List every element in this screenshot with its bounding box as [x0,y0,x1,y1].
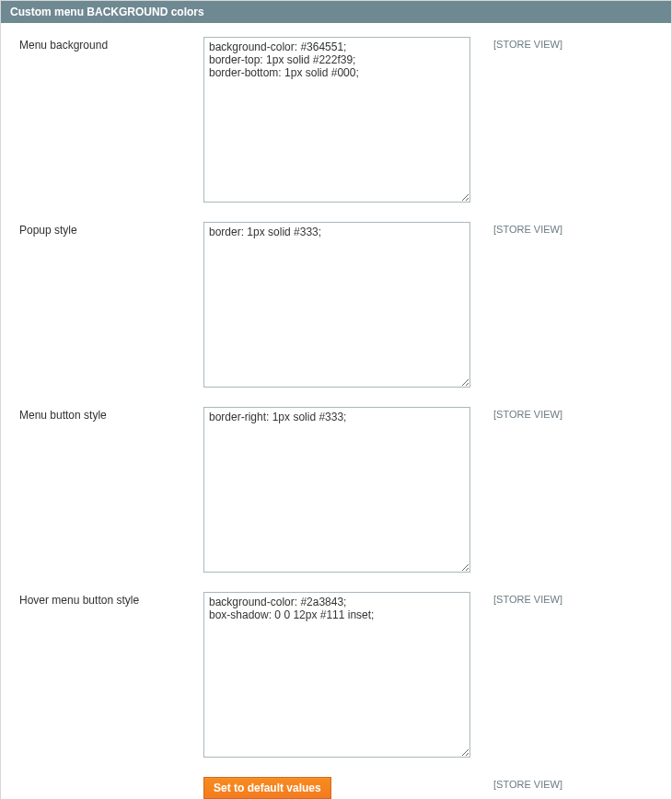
field-label-hover-menu-button-style: Hover menu button style [10,592,203,607]
field-menu-background: Menu background [STORE VIEW] [10,37,662,205]
field-input-wrap [203,407,470,575]
popup-style-textarea[interactable] [203,222,470,388]
scope-label: [STORE VIEW] [470,222,581,235]
field-label-menu-background: Menu background [10,37,203,52]
set-default-button[interactable]: Set to default values [203,777,331,799]
field-menu-button-style: Menu button style [STORE VIEW] [10,407,662,575]
scope-label: [STORE VIEW] [470,37,581,50]
actions-input-wrap: Set to default values [203,777,470,799]
scope-label: [STORE VIEW] [470,407,581,420]
config-section: Custom menu BACKGROUND colors Menu backg… [0,0,672,799]
scope-label: [STORE VIEW] [470,592,581,605]
field-hover-menu-button-style: Hover menu button style [STORE VIEW] [10,592,662,760]
hover-menu-button-style-textarea[interactable] [203,592,470,758]
field-popup-style: Popup style [STORE VIEW] [10,222,662,390]
section-body: Menu background [STORE VIEW] Popup style… [1,23,671,799]
field-input-wrap [203,592,470,760]
actions-row: Set to default values [STORE VIEW] [10,777,662,799]
menu-button-style-textarea[interactable] [203,407,470,573]
actions-spacer [10,777,203,779]
field-label-menu-button-style: Menu button style [10,407,203,422]
field-label-popup-style: Popup style [10,222,203,237]
section-title: Custom menu BACKGROUND colors [1,1,671,23]
scope-label: [STORE VIEW] [470,777,581,790]
field-input-wrap [203,37,470,205]
field-input-wrap [203,222,470,390]
menu-background-textarea[interactable] [203,37,470,203]
